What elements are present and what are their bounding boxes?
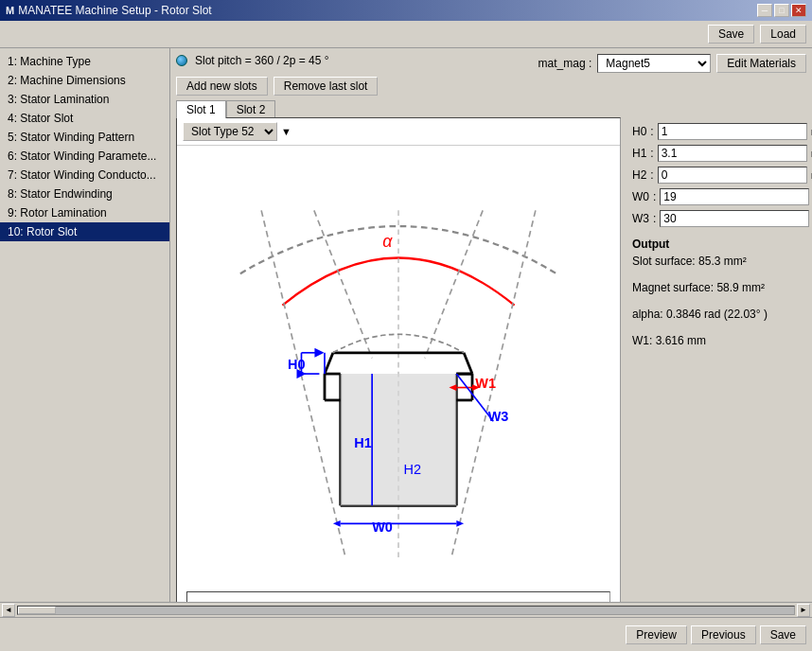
sidebar-item-stator-slot[interactable]: 4: Stator Slot — [0, 109, 169, 128]
title-bar-buttons[interactable]: ─ □ ✕ — [757, 4, 806, 17]
diagram-toolbar: Slot Type 52 ▼ — [177, 118, 620, 146]
tab-slot-2[interactable]: Slot 2 — [226, 100, 276, 118]
w1-text: W1: 3.616 mm — [632, 334, 801, 347]
svg-text:W3: W3 — [488, 409, 509, 424]
mat-mag-label: mat_mag : — [538, 57, 592, 70]
svg-text:W1: W1 — [475, 376, 496, 391]
right-panel: Slot pitch = 360 / 2p = 45 ° mat_mag : M… — [170, 48, 812, 602]
sidebar-item-stator-winding-pattern[interactable]: 5: Stator Winding Pattern — [0, 128, 169, 147]
param-w3-label: W3 — [632, 212, 649, 225]
param-row-h2: H2 : mm — [632, 167, 801, 184]
param-w0-label: W0 — [632, 190, 649, 203]
sidebar-item-rotor-slot[interactable]: 10: Rotor Slot — [0, 222, 169, 241]
horizontal-scrollbar: ◄ ► — [0, 602, 812, 617]
alpha-text: alpha: 0.3846 rad (22.03° ) — [632, 308, 801, 321]
close-button[interactable]: ✕ — [791, 4, 806, 17]
footer-right: Preview Previous Save — [626, 625, 806, 644]
param-h0-label: H0 — [632, 125, 646, 138]
svg-text:H0: H0 — [288, 357, 306, 372]
app-icon: M — [6, 5, 14, 16]
slot-mat-row: Slot pitch = 360 / 2p = 45 ° mat_mag : M… — [176, 54, 806, 73]
sidebar-item-stator-winding-cond[interactable]: 7: Stator Winding Conducto... — [0, 166, 169, 185]
diagram-area: α — [177, 146, 620, 591]
footer-save-button[interactable]: Save — [760, 625, 806, 644]
title-bar-left: M MANATEE Machine Setup - Rotor Slot — [6, 4, 212, 17]
save-button[interactable]: Save — [708, 25, 754, 44]
param-w0-input[interactable] — [660, 188, 809, 205]
top-action-bar: Save Load — [0, 21, 812, 48]
param-row-h0: H0 : mm — [632, 123, 801, 140]
svg-text:H2: H2 — [404, 462, 422, 477]
mat-bar: mat_mag : Magnet5 Edit Materials — [538, 54, 806, 73]
svg-text:W0: W0 — [372, 519, 393, 535]
sidebar-item-machine-type[interactable]: 1: Machine Type — [0, 52, 169, 71]
scroll-thumb[interactable] — [18, 607, 56, 614]
tabs-bar: Slot 1 Slot 2 — [176, 99, 806, 117]
sidebar-item-stator-winding-param[interactable]: 6: Stator Winding Paramete... — [0, 147, 169, 166]
load-button[interactable]: Load — [760, 25, 806, 44]
sidebar-item-stator-lamination[interactable]: 3: Stator Lamination — [0, 90, 169, 109]
slot-diagram-svg: α — [177, 146, 620, 591]
svg-text:H1: H1 — [354, 435, 372, 450]
constraints-title: Constraints : — [195, 600, 602, 602]
params-panel: H0 : mm H1 : mm H2 : — [627, 117, 806, 602]
scroll-left-button[interactable]: ◄ — [2, 604, 15, 617]
footer-bar: Preview Previous Save — [0, 617, 812, 651]
sidebar-item-rotor-lamination[interactable]: 9: Rotor Lamination — [0, 203, 169, 222]
title-bar: M MANATEE Machine Setup - Rotor Slot ─ □… — [0, 0, 812, 21]
param-row-h1: H1 : mm — [632, 145, 801, 162]
param-h0-input[interactable] — [658, 123, 807, 140]
output-label: Output — [632, 238, 801, 251]
slot-led-indicator — [176, 55, 187, 66]
param-w3-input[interactable] — [660, 210, 809, 227]
magnet-surface-text: Magnet surface: 58.9 mm² — [632, 281, 801, 294]
sidebar-item-machine-dimensions[interactable]: 2: Machine Dimensions — [0, 71, 169, 90]
remove-last-slot-button[interactable]: Remove last slot — [274, 77, 379, 96]
chevron-down-icon: ▼ — [281, 126, 291, 137]
window-title: MANATEE Machine Setup - Rotor Slot — [18, 4, 212, 17]
param-h2-input[interactable] — [658, 167, 807, 184]
add-remove-bar: Add new slots Remove last slot — [176, 77, 806, 96]
main-container: Save Load 1: Machine Type 2: Machine Dim… — [0, 21, 812, 651]
scroll-right-button[interactable]: ► — [797, 604, 810, 617]
slot-pitch-text: Slot pitch = 360 / 2p = 45 ° — [195, 54, 329, 67]
middle-section: Slot Type 52 ▼ — [176, 117, 806, 602]
slot-surface-text: Slot surface: 85.3 mm² — [632, 255, 801, 268]
output-section: Output Slot surface: 85.3 mm² Magnet sur… — [632, 238, 801, 351]
param-h1-input[interactable] — [658, 145, 807, 162]
sidebar: 1: Machine Type 2: Machine Dimensions 3:… — [0, 48, 170, 602]
maximize-button[interactable]: □ — [774, 4, 789, 17]
previous-button[interactable]: Previous — [691, 625, 756, 644]
param-h1-label: H1 — [632, 147, 646, 160]
mat-mag-select[interactable]: Magnet5 — [597, 54, 711, 73]
sidebar-item-stator-endwinding[interactable]: 8: Stator Endwinding — [0, 185, 169, 203]
constraints-box: Constraints : H2 < H1 — [186, 591, 610, 602]
slot-type-select[interactable]: Slot Type 52 — [183, 122, 277, 141]
add-new-slots-button[interactable]: Add new slots — [176, 77, 268, 96]
tab-slot-1[interactable]: Slot 1 — [176, 100, 226, 118]
svg-text:α: α — [382, 232, 393, 251]
minimize-button[interactable]: ─ — [757, 4, 772, 17]
diagram-container: Slot Type 52 ▼ — [176, 117, 621, 602]
edit-materials-button[interactable]: Edit Materials — [716, 54, 806, 73]
slot-info: Slot pitch = 360 / 2p = 45 ° — [176, 54, 329, 67]
param-h2-label: H2 — [632, 168, 646, 182]
preview-button[interactable]: Preview — [626, 625, 687, 644]
param-row-w0: W0 : mm — [632, 188, 801, 205]
scroll-track[interactable] — [17, 606, 795, 615]
param-row-w3: W3 : mm — [632, 210, 801, 227]
content-area: 1: Machine Type 2: Machine Dimensions 3:… — [0, 48, 812, 602]
